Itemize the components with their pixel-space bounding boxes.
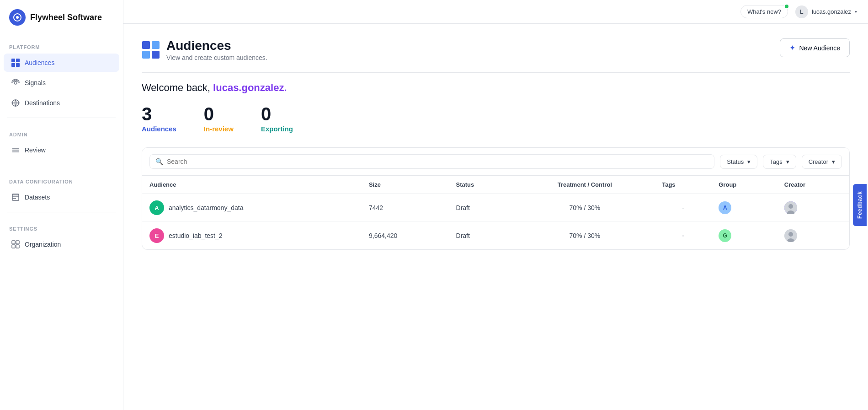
sidebar-item-datasets-label: Datasets: [25, 194, 50, 201]
cell-status-2: Draft: [449, 222, 515, 250]
audiences-table: Audience Size Status Treatment / Control…: [142, 176, 849, 249]
creator-avatar-1: [784, 201, 797, 214]
notification-dot: [785, 5, 788, 8]
user-name-label: lucas.gonzalez: [812, 8, 851, 15]
cell-group-1: A: [711, 194, 777, 222]
cell-group-2: G: [711, 222, 777, 250]
audience-avatar-1: A: [149, 200, 164, 215]
col-creator: Creator: [777, 176, 849, 194]
sidebar-item-destinations[interactable]: Destinations: [4, 94, 119, 112]
sidebar-divider-1: [7, 118, 116, 118]
sidebar-item-audiences[interactable]: Audiences: [4, 54, 119, 72]
sidebar-item-signals[interactable]: Signals: [4, 74, 119, 92]
stat-in-review: 0 In-review: [204, 105, 234, 133]
stat-in-review-number: 0: [204, 105, 234, 123]
stat-audiences-label: Audiences: [142, 125, 176, 133]
sidebar-item-organization-label: Organization: [25, 241, 61, 248]
page-header: Audiences View and create custom audienc…: [142, 38, 850, 61]
svg-rect-20: [142, 41, 150, 49]
table-row[interactable]: E estudio_iab_test_2 9,664,420 Draft 70%…: [142, 222, 849, 250]
search-box[interactable]: 🔍: [149, 154, 714, 169]
svg-rect-19: [16, 245, 19, 248]
platform-section-label: Platform: [0, 35, 123, 53]
sidebar-item-organization[interactable]: Organization: [4, 235, 119, 254]
app-name: Flywheel Software: [30, 13, 102, 22]
page-title: Audiences: [166, 38, 267, 53]
review-icon: [11, 146, 20, 155]
user-menu-chevron: ▾: [855, 9, 857, 14]
user-avatar: L: [795, 5, 808, 18]
svg-rect-23: [152, 51, 160, 59]
cell-audience-1: A analytics_datarmony_data: [142, 194, 362, 222]
creator-filter-button[interactable]: Creator ▾: [802, 155, 842, 169]
stat-audiences: 3 Audiences: [142, 105, 176, 133]
svg-rect-4: [11, 63, 15, 67]
header-divider: [142, 72, 850, 73]
svg-rect-18: [12, 245, 15, 248]
svg-rect-16: [12, 241, 15, 244]
table-header-row: Audience Size Status Treatment / Control…: [142, 176, 849, 194]
audience-cell-2: E estudio_iab_test_2: [149, 228, 354, 243]
svg-point-25: [788, 204, 793, 209]
feedback-tab[interactable]: Feedback: [853, 184, 867, 226]
user-menu[interactable]: L lucas.gonzalez ▾: [795, 5, 857, 18]
stat-exporting-label: Exporting: [261, 125, 293, 133]
tags-filter-chevron: ▾: [786, 158, 789, 165]
stat-in-review-label: In-review: [204, 125, 234, 133]
new-audience-button[interactable]: ✦ New Audience: [780, 38, 850, 57]
sidebar-divider-2: [7, 165, 116, 165]
cell-treatment-1: 70% / 30%: [515, 194, 655, 222]
table-body: A analytics_datarmony_data 7442 Draft 70…: [142, 194, 849, 250]
sidebar-item-datasets[interactable]: Datasets: [4, 188, 119, 206]
col-tags: Tags: [655, 176, 711, 194]
col-audience: Audience: [142, 176, 362, 194]
stat-exporting-number: 0: [261, 105, 293, 123]
signals-icon: [11, 78, 20, 87]
stat-exporting: 0 Exporting: [261, 105, 293, 133]
cell-tags-1: -: [655, 194, 711, 222]
col-group: Group: [711, 176, 777, 194]
svg-point-28: [788, 232, 793, 237]
group-avatar-1: A: [719, 201, 731, 214]
status-filter-button[interactable]: Status ▾: [720, 155, 757, 169]
whats-new-button[interactable]: What's new?: [740, 5, 788, 18]
audiences-table-container: 🔍 Status ▾ Tags ▾ Creator ▾: [142, 147, 850, 250]
creator-filter-chevron: ▾: [832, 158, 835, 165]
table-row[interactable]: A analytics_datarmony_data 7442 Draft 70…: [142, 194, 849, 222]
status-filter-chevron: ▾: [747, 158, 751, 165]
tags-filter-label: Tags: [770, 158, 782, 165]
table-toolbar: 🔍 Status ▾ Tags ▾ Creator ▾: [142, 148, 849, 176]
admin-section-label: Admin: [0, 123, 123, 140]
logo-area: Flywheel Software: [0, 0, 123, 35]
search-icon: 🔍: [155, 158, 163, 165]
new-audience-label: New Audience: [799, 44, 840, 52]
svg-rect-21: [152, 41, 160, 49]
sidebar: Flywheel Software Platform Audiences Sig…: [0, 0, 123, 410]
content-area: Audiences View and create custom audienc…: [123, 24, 868, 410]
search-input[interactable]: [167, 158, 708, 165]
cell-size-1: 7442: [362, 194, 449, 222]
page-subtitle: View and create custom audiences.: [166, 54, 267, 61]
sidebar-item-signals-label: Signals: [25, 79, 46, 86]
destinations-icon: [11, 98, 20, 108]
stat-audiences-number: 3: [142, 105, 176, 123]
sidebar-item-review[interactable]: Review: [4, 141, 119, 159]
cell-creator-2: [777, 222, 849, 250]
svg-rect-3: [16, 59, 20, 62]
logo-icon: [9, 9, 26, 26]
page-title-text-group: Audiences View and create custom audienc…: [166, 38, 267, 61]
audience-avatar-2: E: [149, 228, 164, 243]
tags-filter-button[interactable]: Tags ▾: [763, 155, 796, 169]
col-treatment: Treatment / Control: [515, 176, 655, 194]
audience-cell-1: A analytics_datarmony_data: [149, 200, 354, 215]
cell-creator-1: [777, 194, 849, 222]
topbar: What's new? L lucas.gonzalez ▾: [123, 0, 868, 24]
audiences-icon: [11, 58, 20, 67]
svg-point-6: [14, 81, 17, 84]
cell-treatment-2: 70% / 30%: [515, 222, 655, 250]
sidebar-item-audiences-label: Audiences: [25, 59, 54, 66]
page-icon: [142, 41, 160, 59]
creator-avatar-2: [784, 229, 797, 242]
svg-rect-17: [16, 241, 19, 244]
welcome-username: lucas.gonzalez.: [213, 82, 287, 93]
